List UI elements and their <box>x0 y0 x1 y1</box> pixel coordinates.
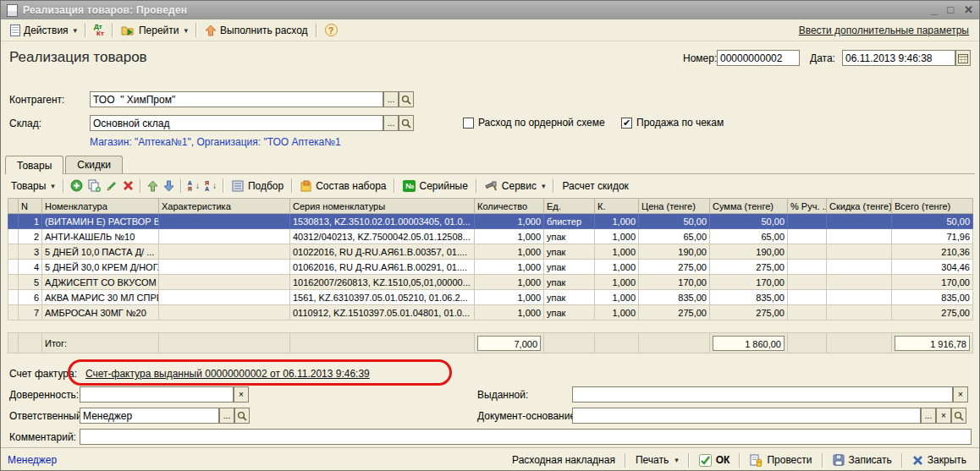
attorney-field[interactable] <box>80 386 234 403</box>
table-cell[interactable]: 0110912, KZ.1510397.05.01.04801, 01.0... <box>290 305 475 320</box>
issued-field[interactable] <box>572 386 953 403</box>
table-cell[interactable]: АНТИ-КАШЕЛЬ №10 <box>42 229 159 244</box>
expense-invoice-button[interactable]: Расходная накладная <box>506 452 621 468</box>
table-cell[interactable]: 65,00 <box>710 229 788 244</box>
table-cell[interactable] <box>827 275 892 290</box>
table-cell[interactable]: 1,000 <box>475 244 544 260</box>
table-cell[interactable]: 01062016, RU Д-RU.АЯ61.В.00291, 01.... <box>290 260 475 275</box>
table-cell[interactable] <box>788 290 827 305</box>
table-cell[interactable]: 170,00 <box>892 275 973 290</box>
column-header[interactable]: Скидка (тенге) <box>827 199 892 214</box>
table-cell[interactable] <box>8 290 19 305</box>
invoice-link[interactable]: Счет-фактура выданный 00000000002 от 06.… <box>85 368 370 380</box>
table-cell[interactable]: (ВИТАМИН Е) РАСТВОР В ... <box>42 214 159 229</box>
move-up-button[interactable] <box>145 178 161 194</box>
delete-row-button[interactable] <box>120 178 136 193</box>
comment-field[interactable] <box>80 429 972 445</box>
table-cell[interactable]: 1,000 <box>475 260 544 275</box>
number-field[interactable] <box>717 50 800 66</box>
minimize-button[interactable]: _ <box>931 4 937 16</box>
extra-params-link[interactable]: Ввести дополнительные параметры <box>799 25 974 36</box>
help-button[interactable]: ? <box>321 22 342 38</box>
table-cell[interactable]: 170,00 <box>639 275 710 290</box>
table-cell[interactable]: упак <box>544 290 595 305</box>
attorney-clear-button[interactable]: × <box>234 386 249 403</box>
set-contents-button[interactable]: Состав набора <box>296 178 390 194</box>
column-header[interactable]: Всего (тенге) <box>892 199 973 214</box>
table-cell[interactable]: 1561, KZ.6310397.05.01.05210, 01.06.2... <box>290 290 475 305</box>
table-cell[interactable]: 5 ДНЕЙ 10,0 ПАСТА Д/ ... <box>42 244 159 260</box>
column-header[interactable] <box>8 199 19 214</box>
close-form-button[interactable]: Закрыть <box>906 452 972 468</box>
column-header[interactable]: Цена (тенге) <box>639 199 710 214</box>
table-cell[interactable] <box>8 229 19 244</box>
move-down-button[interactable] <box>161 178 177 194</box>
table-cell[interactable]: 5 <box>19 275 42 290</box>
table-cell[interactable]: 1,000 <box>595 305 639 320</box>
table-cell[interactable]: упак <box>544 229 595 244</box>
ok-button[interactable]: ОК <box>693 452 736 468</box>
table-cell[interactable] <box>827 305 892 320</box>
table-cell[interactable] <box>8 305 19 320</box>
table-cell[interactable]: 275,00 <box>710 260 788 275</box>
table-cell[interactable]: 50,00 <box>639 214 710 229</box>
table-cell[interactable]: 835,00 <box>892 290 973 305</box>
table-cell[interactable] <box>788 229 827 244</box>
base-document-search-button[interactable] <box>951 408 966 424</box>
table-cell[interactable] <box>827 229 892 244</box>
table-cell[interactable] <box>788 305 827 320</box>
post-button[interactable]: Провести <box>744 452 818 468</box>
date-field[interactable] <box>842 50 955 66</box>
table-cell[interactable]: 835,00 <box>710 290 788 305</box>
podbor-button[interactable]: Подбор <box>228 178 288 194</box>
order-scheme-checkbox[interactable]: Расход по ордерной схеме <box>463 117 605 129</box>
column-header[interactable]: Номенклатура <box>42 199 159 214</box>
edit-row-button[interactable] <box>103 178 120 194</box>
table-cell[interactable]: 190,00 <box>639 244 710 260</box>
table-cell[interactable]: 2 <box>19 229 42 244</box>
sort-descending-button[interactable]: Я А ↓ <box>202 178 219 194</box>
column-header[interactable]: К. <box>595 199 639 214</box>
tab-goods[interactable]: Товары <box>5 156 63 174</box>
serial-numbers-button[interactable]: № Серийные <box>399 178 471 194</box>
service-menu-button[interactable]: Сервис ▾ <box>481 178 550 194</box>
responsible-field[interactable] <box>80 408 219 424</box>
table-cell[interactable]: 40312/040213, KZ.7500042.05.01.12508... <box>290 229 475 244</box>
table-cell[interactable] <box>788 244 827 260</box>
table-cell[interactable] <box>159 214 290 229</box>
table-cell[interactable] <box>8 260 19 275</box>
table-row[interactable]: 2 АНТИ-КАШЕЛЬ №1040312/040213, KZ.750004… <box>8 229 973 244</box>
print-button[interactable]: Печать ▾ <box>630 452 685 468</box>
table-cell[interactable]: 1,000 <box>595 229 639 244</box>
table-cell[interactable] <box>159 260 290 275</box>
table-row[interactable]: 6АКВА МАРИС 30 МЛ СПРЕ...1561, KZ.631039… <box>8 290 973 305</box>
table-cell[interactable]: 1,000 <box>595 290 639 305</box>
table-cell[interactable]: 275,00 <box>639 260 710 275</box>
table-cell[interactable] <box>8 275 19 290</box>
table-cell[interactable]: 1,000 <box>475 214 544 229</box>
column-header[interactable]: Серия номенклатуры <box>290 199 475 214</box>
table-cell[interactable] <box>788 260 827 275</box>
sort-ascending-button[interactable]: А Я ↓ <box>185 178 202 194</box>
table-cell[interactable]: упак <box>544 275 595 290</box>
table-cell[interactable]: 3 <box>19 244 42 260</box>
table-cell[interactable]: упак <box>544 260 595 275</box>
table-cell[interactable]: 6 <box>19 290 42 305</box>
column-header[interactable]: % Руч. ... <box>788 199 827 214</box>
table-cell[interactable]: 1,000 <box>475 275 544 290</box>
table-cell[interactable]: 1,000 <box>475 290 544 305</box>
table-row[interactable]: 35 ДНЕЙ 10,0 ПАСТА Д/ ...01022016, RU Д-… <box>8 244 973 260</box>
counterparty-choose-button[interactable]: ... <box>383 91 399 107</box>
table-cell[interactable]: 304,46 <box>892 260 973 275</box>
base-document-field[interactable] <box>572 408 921 424</box>
table-cell[interactable] <box>159 244 290 260</box>
column-header[interactable]: Количество <box>475 199 544 214</box>
maximize-button[interactable]: □ <box>947 4 954 16</box>
counterparty-search-button[interactable] <box>399 91 414 107</box>
actions-button[interactable]: Действия ▾ <box>6 23 81 38</box>
table-cell[interactable]: упак <box>544 244 595 260</box>
save-button[interactable]: Записать <box>827 452 898 468</box>
goods-menu-button[interactable]: Товары ▾ <box>7 178 59 194</box>
table-cell[interactable]: 275,00 <box>639 305 710 320</box>
table-cell[interactable]: 7 <box>19 305 42 320</box>
